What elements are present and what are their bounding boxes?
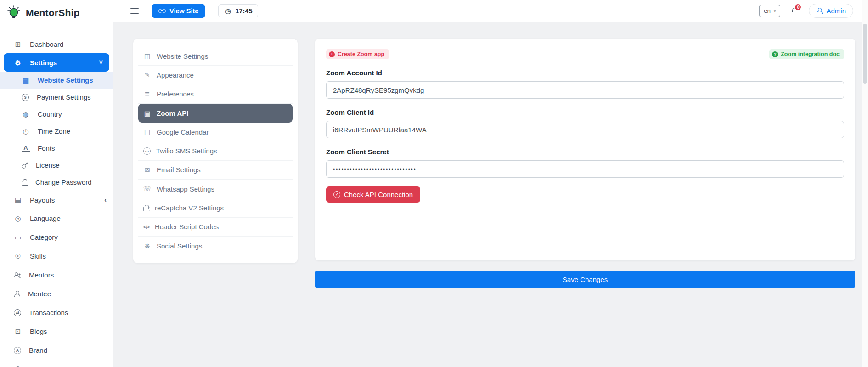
hamburger-menu-icon[interactable]: [130, 11, 139, 11]
zoom-client-secret-label: Zoom Client Secret: [326, 148, 844, 156]
sidebar-item-label: Mentors: [29, 271, 107, 279]
subnav-item-recaptcha[interactable]: reCaptcha V2 Settings: [138, 198, 293, 217]
sidebar-item-country[interactable]: ◍ Country: [0, 106, 113, 123]
subnav-item-label: Appearance: [157, 71, 194, 79]
sidebar-item-transactions[interactable]: ⇄ Transactions: [0, 303, 113, 322]
sidebar-item-label: Payouts: [30, 196, 96, 204]
sidebar: MentorShip ⊞ Dashboard ⚙ Settings ˅ ▦ We…: [0, 0, 113, 367]
lightbulb-icon: ☉: [14, 253, 22, 260]
check-api-connection-button[interactable]: ✓ Check API Connection: [326, 186, 420, 203]
language-value: en: [764, 7, 771, 14]
zoom-account-id-input[interactable]: [326, 81, 844, 99]
envelope-icon: ✉: [143, 167, 151, 173]
scrollbar-thumb[interactable]: [863, 24, 867, 84]
subnav-item-social-settings[interactable]: ❋ Social Settings: [138, 237, 293, 255]
zoom-integration-doc-link[interactable]: ? Zoom integration doc: [769, 49, 844, 59]
sidebar-item-payouts[interactable]: ▤ Payouts ‹: [0, 191, 113, 209]
subnav-item-label: reCaptcha V2 Settings: [155, 204, 224, 212]
sidebar-item-dashboard[interactable]: ⊞ Dashboard: [0, 35, 113, 53]
sidebar-item-settings[interactable]: ⚙ Settings ˅: [4, 53, 109, 72]
transactions-icon: ⇄: [14, 309, 21, 316]
sidebar-item-label: Brand: [29, 346, 107, 354]
sidebar-item-label: Dashboard: [30, 40, 107, 48]
sidebar-item-mentors[interactable]: Mentors: [0, 265, 113, 284]
whatsapp-icon: ☏: [143, 186, 151, 192]
globe-icon: ◍: [22, 111, 30, 118]
brand-logo[interactable]: MentorShip: [0, 0, 113, 26]
sidebar-item-payment-settings[interactable]: $ Payment Settings: [0, 89, 113, 106]
admin-menu-button[interactable]: Admin: [809, 4, 853, 18]
content-area: ◫ Website Settings ✎ Appearance ≣ Prefer…: [113, 22, 862, 367]
image-icon: ⊡: [14, 328, 22, 335]
sidebar-item-label: Settings: [30, 59, 91, 67]
view-site-button[interactable]: View Site: [152, 4, 205, 18]
chat-bubble-icon: ⋯: [143, 147, 151, 155]
subnav-item-preferences[interactable]: ≣ Preferences: [138, 85, 293, 104]
subnav-item-label: Twilio SMS Settings: [156, 147, 217, 155]
social-gear-icon: ❋: [143, 243, 151, 249]
sidebar-item-change-password[interactable]: Change Password: [0, 174, 113, 191]
sidebar-item-blogs[interactable]: ⊡ Blogs: [0, 322, 113, 341]
subnav-item-label: Zoom API: [157, 109, 188, 117]
sidebar-item-license[interactable]: License: [0, 157, 113, 174]
sidebar-item-time-zone[interactable]: ◷ Time Zone: [0, 123, 113, 140]
subnav-item-twilio-sms[interactable]: ⋯ Twilio SMS Settings: [138, 141, 293, 160]
sidebar-item-label: Country: [38, 110, 107, 118]
globe-outline-icon: ◎: [14, 215, 22, 222]
folder-icon: ▭: [14, 234, 22, 241]
sidebar-item-category[interactable]: ▭ Category: [0, 228, 113, 247]
settings-subnav-card: ◫ Website Settings ✎ Appearance ≣ Prefer…: [133, 39, 298, 263]
font-icon: A: [22, 145, 30, 152]
subnav-item-appearance[interactable]: ✎ Appearance: [138, 66, 293, 85]
zoom-account-id-label: Zoom Account Id: [326, 69, 844, 77]
notifications-button[interactable]: 0: [791, 7, 798, 16]
zoom-client-id-label: Zoom Client Id: [326, 108, 844, 116]
sliders-icon: ≣: [143, 91, 151, 97]
subnav-item-label: Whatsapp Settings: [157, 185, 214, 193]
subnav-item-email-settings[interactable]: ✉ Email Settings: [138, 161, 293, 180]
caret-down-icon: ▾: [774, 9, 776, 13]
wallet-icon: ▤: [14, 197, 22, 203]
question-circle-icon: ?: [772, 51, 778, 57]
sidebar-item-brand[interactable]: A Brand: [0, 341, 113, 360]
sidebar-item-language[interactable]: ◎ Language: [0, 209, 113, 228]
sidebar-item-website-settings[interactable]: ▦ Website Settings: [0, 72, 113, 89]
page: MentorShip ⊞ Dashboard ⚙ Settings ˅ ▦ We…: [0, 0, 868, 367]
topbar-right: en ▾ 0 Admin: [759, 4, 868, 18]
topbar: View Site ◷ 17:45 en ▾ 0 Admin: [113, 0, 868, 22]
sidebar-item-mentee[interactable]: Mentee: [0, 284, 113, 303]
subnav-item-website-settings[interactable]: ◫ Website Settings: [138, 47, 293, 66]
user-icon: [14, 291, 20, 297]
sidebar-item-label: Website Settings: [38, 76, 107, 84]
language-select[interactable]: en ▾: [759, 5, 781, 17]
lock-icon: [22, 179, 28, 186]
lock-icon: [143, 205, 149, 211]
key-icon: [22, 162, 28, 169]
create-zoom-app-link[interactable]: + Create Zoom app: [326, 49, 389, 59]
subnav-item-zoom-api[interactable]: ▣ Zoom API: [138, 104, 293, 123]
users-icon: [14, 272, 21, 278]
sidebar-item-skills[interactable]: ☉ Skills: [0, 247, 113, 265]
zoom-client-secret-input[interactable]: [326, 160, 844, 178]
plus-circle-icon: +: [329, 51, 335, 57]
chevron-down-icon: ˅: [99, 59, 103, 66]
subnav-item-header-scripts[interactable]: </> Header Script Codes: [138, 218, 293, 237]
layout-table-icon: ▦: [22, 77, 30, 84]
clock-icon: ◷: [22, 128, 30, 135]
sidebar-item-label: Fonts: [38, 144, 107, 152]
zoom-client-id-input[interactable]: [326, 121, 844, 138]
subnav-item-whatsapp-settings[interactable]: ☏ Whatsapp Settings: [138, 180, 293, 198]
sidebar-item-fonts[interactable]: A Fonts: [0, 140, 113, 157]
calendar-icon: ▤: [143, 129, 151, 135]
time-value: 17:45: [235, 7, 252, 15]
subnav-item-label: Header Script Codes: [155, 223, 219, 231]
subnav-item-google-calendar[interactable]: ▤ Google Calendar: [138, 123, 293, 141]
dollar-circle-icon: $: [22, 94, 29, 101]
layout-icon: ◫: [143, 53, 151, 59]
sidebar-item-label: Time Zone: [38, 127, 107, 135]
time-badge: ◷ 17:45: [218, 4, 258, 17]
subnav-item-label: Google Calendar: [157, 128, 209, 136]
sidebar-item-workflow[interactable]: ◯ Workflow: [0, 360, 113, 367]
notification-count-badge: 0: [794, 3, 802, 11]
save-changes-button[interactable]: Save Changes: [315, 271, 855, 288]
